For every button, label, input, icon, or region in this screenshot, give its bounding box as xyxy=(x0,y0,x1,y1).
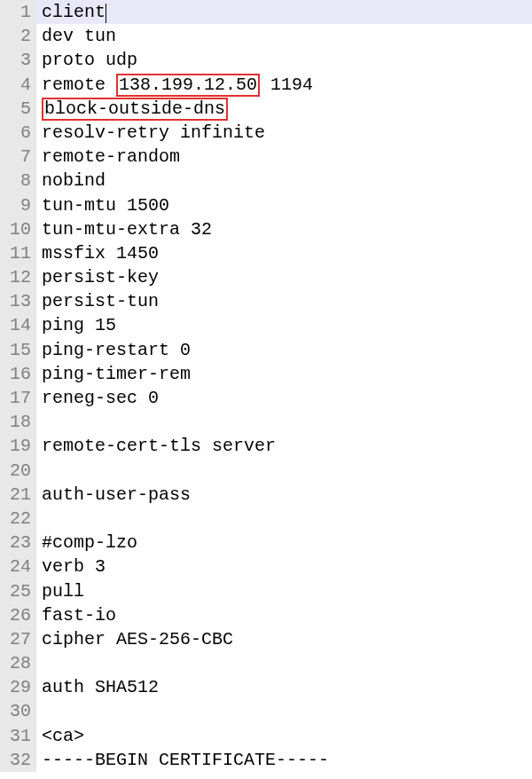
line-content[interactable]: nobind xyxy=(36,169,106,193)
line-text: dev tun xyxy=(42,26,116,46)
line-content[interactable]: client xyxy=(36,0,106,24)
text-cursor xyxy=(106,4,106,23)
line-number: 21 xyxy=(0,483,36,507)
line-content[interactable]: proto udp xyxy=(36,48,137,72)
line-text: -----BEGIN CERTIFICATE----- xyxy=(42,750,329,770)
line-text: fast-io xyxy=(42,605,116,626)
line-number: 10 xyxy=(0,217,36,241)
line-number: 11 xyxy=(0,241,36,265)
line-content[interactable]: tun-mtu 1500 xyxy=(36,193,169,217)
line-text: reneg-sec 0 xyxy=(42,388,159,408)
line-content[interactable]: persist-tun xyxy=(36,289,159,313)
line-text: ping-timer-rem xyxy=(42,364,191,384)
line-text: resolv-retry infinite xyxy=(42,122,265,143)
editor-line[interactable]: 11mssfix 1450 xyxy=(0,241,532,265)
line-text: persist-key xyxy=(42,267,159,287)
editor-line[interactable]: 30 xyxy=(0,699,532,723)
editor-line[interactable]: 10tun-mtu-extra 32 xyxy=(0,217,532,241)
line-number: 22 xyxy=(0,507,36,531)
highlight-annotation: block-outside-dns xyxy=(42,98,228,121)
code-editor[interactable]: 1client2dev tun3proto udp4remote 138.199… xyxy=(0,0,532,772)
editor-line[interactable]: 8nobind xyxy=(0,169,532,193)
line-number: 8 xyxy=(0,169,36,193)
line-number: 29 xyxy=(0,675,36,699)
line-content[interactable]: remote 138.199.12.50 1194 xyxy=(36,73,313,97)
editor-line[interactable]: 12persist-key xyxy=(0,265,532,289)
line-text: #comp-lzo xyxy=(42,532,137,553)
editor-line[interactable]: 27cipher AES-256-CBC xyxy=(0,627,532,651)
editor-line[interactable]: 29auth SHA512 xyxy=(0,675,532,699)
line-number: 30 xyxy=(0,699,36,723)
line-number: 15 xyxy=(0,338,36,362)
line-text: ping-restart 0 xyxy=(42,340,191,360)
line-content[interactable]: mssfix 1450 xyxy=(36,241,159,265)
line-text: remote-random xyxy=(42,146,180,167)
editor-line[interactable]: 2dev tun xyxy=(0,24,532,48)
line-text-prefix: remote xyxy=(42,75,116,95)
line-content[interactable]: persist-key xyxy=(36,265,159,289)
line-content[interactable]: -----BEGIN CERTIFICATE----- xyxy=(36,748,329,772)
line-number: 32 xyxy=(0,748,36,772)
line-content[interactable]: dev tun xyxy=(36,24,116,48)
editor-line[interactable]: 24verb 3 xyxy=(0,555,532,578)
editor-line[interactable]: 28 xyxy=(0,651,532,675)
line-content[interactable]: #comp-lzo xyxy=(36,531,137,555)
editor-line[interactable]: 17reneg-sec 0 xyxy=(0,386,532,410)
line-text: verb 3 xyxy=(42,556,106,577)
line-number: 7 xyxy=(0,145,36,169)
editor-line[interactable]: 19remote-cert-tls server xyxy=(0,434,532,458)
editor-line[interactable]: 6resolv-retry infinite xyxy=(0,121,532,145)
line-content[interactable]: resolv-retry infinite xyxy=(36,121,265,145)
line-text: tun-mtu-extra 32 xyxy=(42,219,212,240)
line-text: cipher AES-256-CBC xyxy=(42,629,233,649)
line-number: 25 xyxy=(0,579,36,603)
line-content[interactable]: <ca> xyxy=(36,724,84,748)
editor-line[interactable]: 15ping-restart 0 xyxy=(0,338,532,362)
editor-line[interactable]: 18 xyxy=(0,410,532,434)
editor-line[interactable]: 1client xyxy=(0,0,532,24)
editor-line[interactable]: 21auth-user-pass xyxy=(0,483,532,507)
line-content[interactable]: ping-restart 0 xyxy=(36,338,191,362)
line-content[interactable]: ping 15 xyxy=(36,313,116,337)
line-content[interactable]: tun-mtu-extra 32 xyxy=(36,217,212,241)
line-number: 4 xyxy=(0,73,36,97)
editor-line[interactable]: 5block-outside-dns xyxy=(0,97,532,121)
editor-line[interactable]: 25pull xyxy=(0,579,532,603)
line-content[interactable]: cipher AES-256-CBC xyxy=(36,627,233,651)
editor-line[interactable]: 16ping-timer-rem xyxy=(0,362,532,386)
line-content[interactable]: auth SHA512 xyxy=(36,675,159,699)
line-content[interactable]: fast-io xyxy=(36,603,116,627)
line-number: 1 xyxy=(0,0,36,24)
editor-line[interactable]: 22 xyxy=(0,507,532,531)
line-text: mssfix 1450 xyxy=(42,243,159,264)
line-content[interactable]: block-outside-dns xyxy=(36,97,228,121)
editor-line[interactable]: 32-----BEGIN CERTIFICATE----- xyxy=(0,748,532,772)
line-content[interactable]: auth-user-pass xyxy=(36,483,191,507)
line-content[interactable]: remote-cert-tls server xyxy=(36,434,276,458)
line-number: 6 xyxy=(0,121,36,145)
line-number: 19 xyxy=(0,434,36,458)
line-content[interactable]: pull xyxy=(36,579,84,603)
editor-line[interactable]: 4remote 138.199.12.50 1194 xyxy=(0,73,532,97)
editor-line[interactable]: 13persist-tun xyxy=(0,289,532,313)
line-text: proto udp xyxy=(42,50,137,70)
line-text: nobind xyxy=(42,170,106,191)
editor-line[interactable]: 31<ca> xyxy=(0,724,532,748)
editor-line[interactable]: 3proto udp xyxy=(0,48,532,72)
line-number: 28 xyxy=(0,651,36,675)
line-content[interactable]: reneg-sec 0 xyxy=(36,386,159,410)
editor-line[interactable]: 23#comp-lzo xyxy=(0,531,532,555)
editor-line[interactable]: 7remote-random xyxy=(0,145,532,169)
editor-line[interactable]: 20 xyxy=(0,459,532,483)
line-number: 16 xyxy=(0,362,36,386)
line-content[interactable]: verb 3 xyxy=(36,555,106,578)
line-content[interactable]: ping-timer-rem xyxy=(36,362,191,386)
line-number: 27 xyxy=(0,627,36,651)
editor-line[interactable]: 14ping 15 xyxy=(0,313,532,337)
line-text: ping 15 xyxy=(42,315,116,335)
line-content[interactable]: remote-random xyxy=(36,145,180,169)
line-text: auth-user-pass xyxy=(42,484,191,505)
editor-line[interactable]: 9tun-mtu 1500 xyxy=(0,193,532,217)
editor-line[interactable]: 26fast-io xyxy=(0,603,532,627)
line-number: 3 xyxy=(0,48,36,72)
